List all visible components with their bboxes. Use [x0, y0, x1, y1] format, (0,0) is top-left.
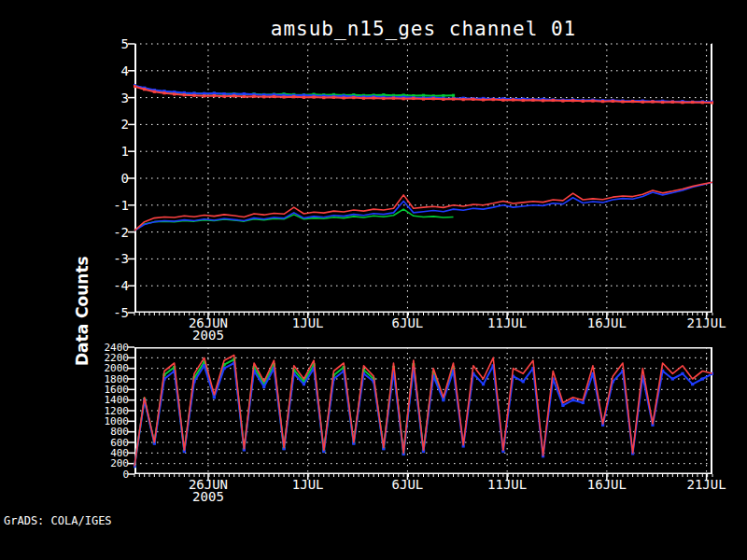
y-tick-label: -5 — [95, 306, 129, 319]
y-tick-label: -4 — [95, 279, 129, 292]
chart-title: amsub_n15_ges channel 01 — [134, 18, 712, 40]
x-tick-label: 1JUL — [274, 317, 343, 329]
y-tick-label: 4 — [95, 64, 129, 77]
y-tick-label: 1400 — [95, 395, 129, 405]
y-tick-label: -1 — [95, 199, 129, 212]
series-blue-counts — [133, 361, 713, 468]
y-tick-label: 600 — [95, 438, 129, 448]
y-tick-label: 3 — [95, 91, 129, 105]
counts-chart-panel — [134, 347, 712, 474]
y-tick-label: 0 — [95, 469, 129, 480]
x-tick-label: 16JUL — [572, 317, 641, 329]
y-tick-label: 2400 — [95, 343, 129, 353]
series-blue-upper — [133, 84, 713, 104]
x-tick-label: 6JUL — [373, 479, 442, 491]
x-tick-sublabel: 2005 — [174, 329, 243, 342]
counts-y-axis-label: Data Counts — [73, 351, 194, 366]
series-red-lower — [134, 182, 712, 231]
bias-chart-panel — [134, 44, 712, 313]
x-tick-label: 16JUL — [572, 479, 641, 491]
y-tick-label: -3 — [95, 252, 129, 265]
y-tick-label: -2 — [95, 226, 129, 239]
grads-credit-text: GrADS: COLA/IGES — [4, 514, 112, 527]
grads-plot-window: amsub_n15_ges channel 01 Data Counts GrA… — [0, 0, 747, 560]
y-tick-label: 1200 — [95, 406, 129, 416]
x-tick-label: 21JUL — [672, 479, 741, 491]
y-tick-label: 2000 — [95, 363, 129, 373]
x-tick-label: 21JUL — [672, 317, 741, 329]
x-tick-label: 1JUL — [274, 479, 343, 491]
y-tick-label: 1 — [95, 145, 129, 158]
x-tick-sublabel: 2005 — [174, 491, 243, 503]
x-tick-label: 6JUL — [373, 317, 442, 329]
x-tick-label: 11JUL — [472, 479, 542, 491]
series-blue-lower — [134, 182, 712, 231]
y-tick-label: 200 — [95, 458, 129, 469]
y-tick-label: 5 — [95, 37, 129, 50]
y-tick-label: 2 — [95, 118, 129, 131]
series-red-counts — [134, 356, 712, 467]
y-tick-label: 1800 — [95, 374, 129, 385]
x-tick-label: 11JUL — [472, 317, 542, 329]
y-tick-label: 0 — [95, 172, 129, 185]
y-tick-label: 800 — [95, 427, 129, 437]
